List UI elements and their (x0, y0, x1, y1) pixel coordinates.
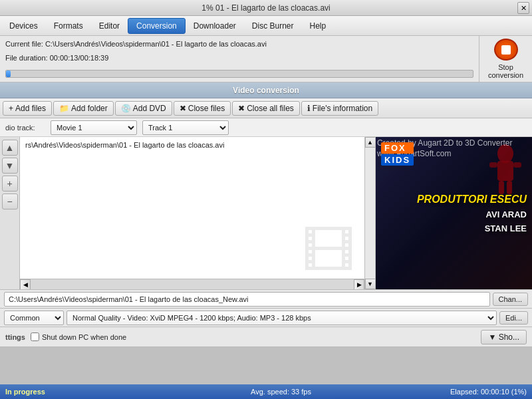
menu-bar: Devices Formats Editor Conversion Downlo… (0, 16, 532, 36)
conversion-bar: Video conversion (0, 82, 532, 98)
close-all-icon: ✖ (238, 104, 245, 113)
close-button[interactable]: ✕ (517, 2, 529, 14)
close-files-button[interactable]: ✖ Close files (174, 101, 231, 116)
close-files-label: Close files (188, 104, 225, 113)
close-all-label: Close all files (247, 104, 294, 113)
show-settings-button[interactable]: ▼ Sho... (481, 330, 527, 344)
format-quality-select[interactable]: Normal Quality - Video: XviD MPEG4 - 120… (66, 311, 497, 325)
toolbar: + Add files 📁 Add folder 💿 Add DVD ✖ Clo… (0, 98, 532, 118)
edit-format-button[interactable]: Edi... (499, 311, 528, 325)
svg-rect-1 (497, 161, 513, 181)
folder-icon: 📁 (59, 104, 69, 113)
add-item-button[interactable]: + (2, 176, 18, 192)
status-elapsed-label: Elapsed: 00:00:10 (1%) (450, 388, 527, 396)
stop-button-label: Stop conversion (482, 63, 529, 79)
current-file-label: Current file: C:\Users\Andrés\Videos\spi… (5, 40, 473, 48)
add-folder-button[interactable]: 📁 Add folder (53, 101, 114, 116)
kids-label: KIDS (381, 154, 414, 166)
menu-devices[interactable]: Devices (1, 18, 46, 34)
status-progress-label: In progress (5, 388, 112, 396)
stop-conversion-button[interactable]: Stop conversion (479, 36, 532, 82)
output-path-input[interactable] (4, 292, 490, 307)
file-list-scrollbar: ▲ ▼ (364, 137, 375, 289)
status-bar: In progress Avg. speed: 33 fps Elapsed: … (0, 384, 532, 399)
preview-text3: STAN LEE (485, 223, 527, 233)
status-speed-label: Avg. speed: 33 fps (112, 388, 450, 396)
shutdown-label[interactable]: Shut down PC when done (42, 333, 126, 341)
menu-conversion[interactable]: Conversion (128, 18, 186, 34)
list-item[interactable]: rs\Andrés\Videos\spiderman\01 - El lagar… (20, 137, 375, 153)
audio-track-row: dio track: Movie 1 Track 1 (0, 118, 532, 137)
dvd-icon: 💿 (121, 104, 131, 113)
menu-help[interactable]: Help (302, 18, 334, 34)
file-duration-label: File duration: 00:00:13/00:18:39 (5, 54, 473, 62)
add-dvd-button[interactable]: 💿 Add DVD (115, 101, 172, 116)
title-bar: 1% 01 - El lagarto de las cloacas.avi ✕ (0, 0, 532, 16)
shutdown-checkbox-area: Shut down PC when done (31, 332, 126, 341)
show-btn-label: ▼ Sho... (488, 332, 519, 342)
stop-icon (494, 39, 518, 61)
preview-text2: AVI ARAD (486, 209, 527, 219)
output-area: Chan... (0, 290, 532, 309)
scroll-up-button[interactable]: ▲ (365, 137, 376, 148)
menu-downloader[interactable]: Downloader (186, 18, 244, 34)
progress-bar-fill (6, 70, 11, 77)
audio-track-select-1[interactable]: Movie 1 (51, 120, 137, 135)
move-up-button[interactable]: ▲ (2, 140, 18, 156)
hscroll-right-button[interactable]: ▶ (354, 279, 364, 289)
add-files-icon: + (9, 104, 13, 113)
menu-disc-burner[interactable]: Disc Burner (244, 18, 302, 34)
stop-icon-inner (501, 45, 511, 55)
fox-label: FOX (381, 142, 414, 154)
add-dvd-label: Add DVD (133, 104, 166, 113)
h-scrollbar: ◀ ▶ (20, 279, 364, 289)
close-files-icon: ✖ (180, 104, 186, 113)
close-all-button[interactable]: ✖ Close all files (232, 101, 300, 116)
shutdown-checkbox[interactable] (31, 332, 39, 341)
settings-label: ttings (5, 333, 25, 341)
info-icon: ℹ (307, 104, 311, 113)
hscroll-track[interactable] (31, 279, 354, 289)
format-category-select[interactable]: Common (4, 311, 64, 325)
hscroll-left-button[interactable]: ◀ (20, 279, 31, 289)
scroll-down-button[interactable]: ▼ (365, 279, 376, 289)
audio-track-label: dio track: (5, 124, 45, 132)
svg-rect-4 (499, 181, 504, 194)
svg-rect-2 (489, 162, 497, 168)
top-info-panel: Current file: C:\Users\Andrés\Videos\spi… (0, 36, 532, 82)
svg-rect-3 (513, 162, 521, 168)
filmstrip-watermark: 🎞 (302, 221, 355, 283)
file-list-panel: rs\Andrés\Videos\spiderman\01 - El lagar… (20, 137, 376, 289)
conversion-bar-text: Video conversion (233, 86, 299, 95)
fox-kids-logo: FOX KIDS (381, 142, 414, 166)
format-area: Common Normal Quality - Video: XviD MPEG… (0, 309, 532, 327)
move-down-button[interactable]: ▼ (2, 158, 18, 174)
file-info-label: File's information (313, 104, 372, 113)
preview-panel: Created by Augart 2D to 3D Converter www… (376, 137, 532, 289)
file-info-panel: Current file: C:\Users\Andrés\Videos\spi… (0, 36, 479, 82)
settings-area: ttings Shut down PC when done ▼ Sho... (0, 327, 532, 347)
svg-rect-5 (507, 181, 512, 194)
menu-formats[interactable]: Formats (46, 18, 91, 34)
audio-track-select-2[interactable]: Track 1 (142, 120, 229, 135)
progress-bar-container (5, 70, 473, 78)
add-files-label: Add files (15, 104, 46, 113)
menu-editor[interactable]: Editor (91, 18, 128, 34)
main-area: ▲ ▼ + − rs\Andrés\Videos\spiderman\01 - … (0, 137, 532, 290)
side-controls: ▲ ▼ + − (0, 137, 20, 289)
change-output-button[interactable]: Chan... (493, 293, 528, 306)
file-info-button[interactable]: ℹ File's information (301, 101, 378, 116)
window-title: 1% 01 - El lagarto de las cloacas.avi (201, 3, 330, 13)
add-files-button[interactable]: + Add files (3, 101, 52, 116)
remove-item-button[interactable]: − (2, 194, 18, 209)
add-folder-label: Add folder (71, 104, 108, 113)
